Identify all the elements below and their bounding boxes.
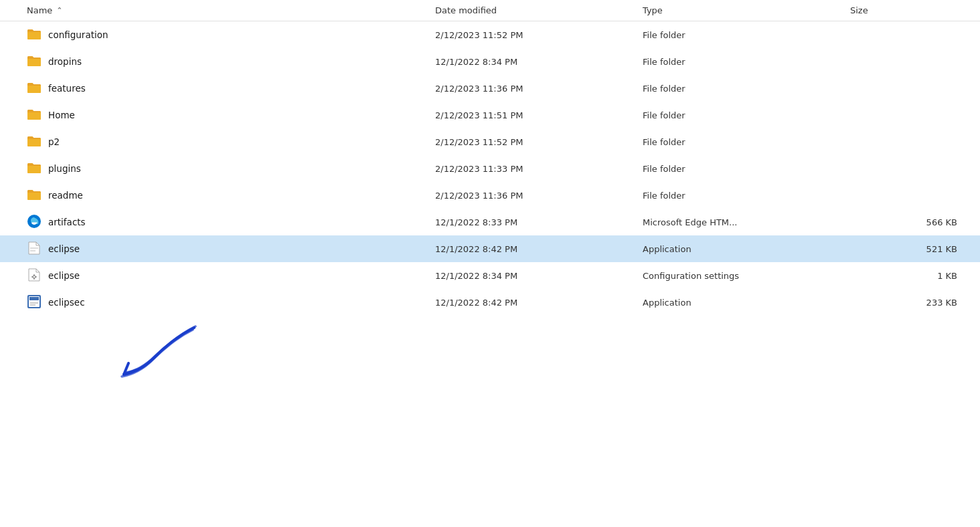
file-type: Application [643, 298, 850, 308]
folder-icon [27, 55, 42, 69]
file-type: File folder [643, 30, 850, 40]
file-name-cell: readme [27, 189, 435, 203]
folder-icon [27, 82, 42, 96]
table-row[interactable]: eclipse 12/1/2022 8:42 PM Application 52… [0, 235, 980, 262]
file-date: 2/12/2023 11:52 PM [435, 137, 643, 147]
column-header-date[interactable]: Date modified [435, 5, 643, 15]
file-name-cell: p2 [27, 135, 435, 149]
folder-icon [27, 28, 42, 42]
table-row[interactable]: Home 2/12/2023 11:51 PM File folder [0, 102, 980, 128]
file-name: artifacts [48, 217, 86, 227]
file-name-cell: dropins [27, 55, 435, 69]
file-list-header[interactable]: Name ⌃ Date modified Type Size [0, 0, 980, 21]
svg-rect-6 [29, 297, 39, 300]
eclipsec-icon [27, 294, 42, 311]
file-name: Home [48, 110, 75, 120]
folder-icon [27, 108, 42, 122]
file-type: Configuration settings [643, 271, 850, 281]
folder-icon [27, 189, 42, 203]
column-header-name[interactable]: Name ⌃ [27, 5, 435, 15]
file-name: plugins [48, 163, 81, 174]
file-type: File folder [643, 191, 850, 201]
file-name-cell: artifacts [27, 214, 435, 231]
file-date: 2/12/2023 11:36 PM [435, 84, 643, 94]
file-date: 12/1/2022 8:42 PM [435, 244, 643, 254]
table-row[interactable]: plugins 2/12/2023 11:33 PM File folder [0, 155, 980, 182]
file-date: 2/12/2023 11:33 PM [435, 164, 643, 174]
table-row[interactable]: configuration 2/12/2023 11:52 PM File fo… [0, 21, 980, 48]
file-date: 12/1/2022 8:34 PM [435, 271, 643, 281]
file-type: File folder [643, 137, 850, 147]
table-row[interactable]: artifacts 12/1/2022 8:33 PM Microsoft Ed… [0, 209, 980, 235]
name-column-label: Name [27, 5, 52, 15]
file-size: 521 KB [850, 244, 980, 254]
file-name-cell: plugins [27, 162, 435, 176]
file-name: eclipsec [48, 297, 85, 308]
table-row[interactable]: features 2/12/2023 11:36 PM File folder [0, 75, 980, 102]
file-date: 2/12/2023 11:36 PM [435, 191, 643, 201]
file-name: eclipse [48, 270, 80, 281]
file-name: configuration [48, 29, 108, 40]
file-name-cell: Home [27, 108, 435, 122]
svg-rect-1 [30, 247, 38, 249]
file-name: eclipse [48, 243, 80, 254]
file-name-cell: features [27, 82, 435, 96]
file-size: 233 KB [850, 298, 980, 308]
file-date: 2/12/2023 11:52 PM [435, 30, 643, 40]
file-type: File folder [643, 164, 850, 174]
file-name-cell: configuration [27, 28, 435, 42]
table-row[interactable]: eclipse 12/1/2022 8:34 PM Configuration … [0, 262, 980, 289]
file-name-cell: eclipsec [27, 294, 435, 311]
table-row[interactable]: readme 2/12/2023 11:36 PM File folder [0, 182, 980, 209]
table-row[interactable]: p2 2/12/2023 11:52 PM File folder [0, 128, 980, 155]
svg-rect-7 [30, 302, 38, 304]
column-header-type[interactable]: Type [643, 5, 850, 15]
file-type: Microsoft Edge HTM... [643, 217, 850, 227]
file-type: File folder [643, 84, 850, 94]
file-type: Application [643, 244, 850, 254]
file-size: 566 KB [850, 217, 980, 227]
file-name: p2 [48, 136, 60, 147]
table-row[interactable]: dropins 12/1/2022 8:34 PM File folder [0, 48, 980, 75]
file-date: 12/1/2022 8:33 PM [435, 217, 643, 227]
file-name: features [48, 83, 86, 94]
config-file-icon [27, 268, 42, 284]
file-list: Name ⌃ Date modified Type Size configura… [0, 0, 980, 527]
file-type: File folder [643, 110, 850, 120]
sort-arrow-icon: ⌃ [56, 6, 62, 15]
file-date: 12/1/2022 8:34 PM [435, 57, 643, 67]
edge-icon [27, 214, 42, 231]
file-date: 2/12/2023 11:51 PM [435, 110, 643, 120]
app-file-icon [27, 241, 42, 257]
file-name-cell: eclipse [27, 268, 435, 284]
svg-rect-8 [30, 304, 35, 306]
file-size: 1 KB [850, 271, 980, 281]
file-name: readme [48, 190, 83, 201]
folder-icon [27, 135, 42, 149]
file-rows-container: configuration 2/12/2023 11:52 PM File fo… [0, 21, 980, 316]
file-name-cell: eclipse [27, 241, 435, 257]
file-date: 12/1/2022 8:42 PM [435, 298, 643, 308]
folder-icon [27, 162, 42, 176]
column-header-size[interactable]: Size [850, 5, 980, 15]
svg-rect-2 [30, 250, 35, 251]
file-name: dropins [48, 56, 82, 67]
file-type: File folder [643, 57, 850, 67]
table-row[interactable]: eclipsec 12/1/2022 8:42 PM Application 2… [0, 289, 980, 316]
